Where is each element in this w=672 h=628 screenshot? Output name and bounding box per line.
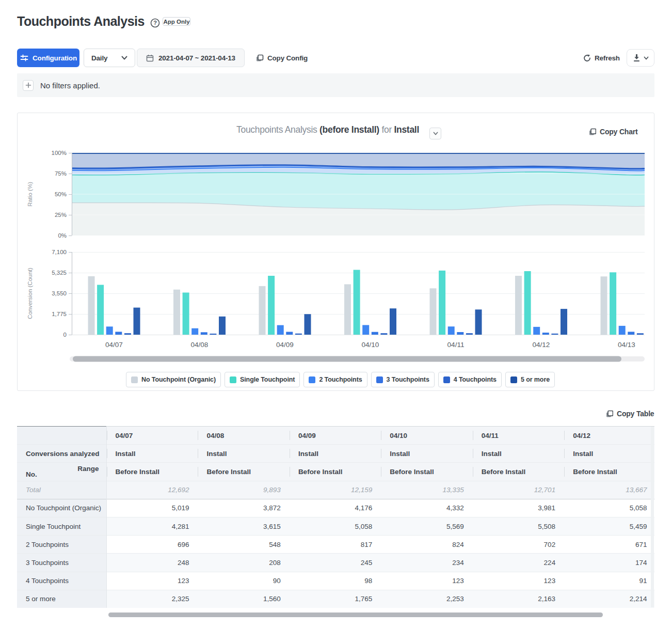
svg-text:50%: 50% [55, 191, 67, 197]
svg-text:Ratio (%): Ratio (%) [27, 182, 33, 207]
svg-text:100%: 100% [52, 150, 67, 156]
svg-text:04/07: 04/07 [105, 341, 123, 349]
svg-text:5,325: 5,325 [52, 270, 67, 276]
svg-text:04/10: 04/10 [362, 341, 379, 349]
svg-text:04/13: 04/13 [618, 341, 635, 349]
svg-text:75%: 75% [55, 170, 67, 177]
svg-text:1,775: 1,775 [52, 311, 67, 317]
svg-text:04/09: 04/09 [276, 341, 294, 349]
svg-text:0%: 0% [58, 232, 67, 239]
svg-text:0: 0 [63, 332, 67, 338]
svg-text:04/12: 04/12 [533, 341, 550, 349]
svg-text:3,550: 3,550 [52, 290, 67, 296]
svg-text:7,100: 7,100 [52, 249, 67, 255]
svg-text:04/11: 04/11 [447, 341, 465, 349]
svg-text:Conversion (Count): Conversion (Count) [27, 268, 33, 319]
svg-text:04/08: 04/08 [191, 341, 209, 349]
svg-text:25%: 25% [55, 212, 67, 218]
